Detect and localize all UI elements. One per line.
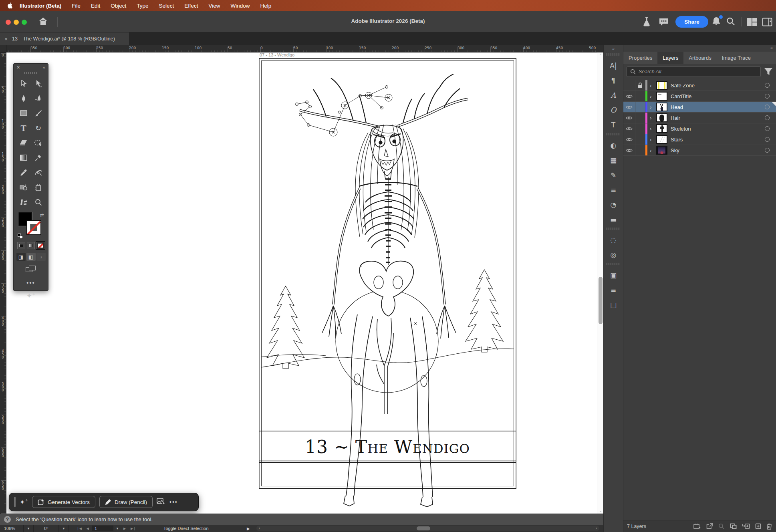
selection-tool[interactable] — [16, 77, 31, 91]
apple-menu-icon[interactable] — [7, 2, 13, 9]
layer-target-circle[interactable] — [765, 115, 770, 120]
dock-group-handle[interactable] — [607, 53, 620, 56]
panel-tab[interactable]: Properties — [623, 52, 657, 64]
next-artboard-icon[interactable]: ▶ — [121, 527, 128, 530]
layer-target-circle[interactable] — [765, 148, 770, 153]
draw-normal-button[interactable]: ◨ — [16, 253, 26, 261]
layer-thumbnail[interactable] — [656, 113, 667, 122]
lasso-tool[interactable] — [31, 136, 46, 150]
prev-artboard-icon[interactable]: ◀ — [85, 527, 91, 530]
generate-vectors-button[interactable]: Generate Vectors — [32, 496, 95, 508]
workspace-layout-icon[interactable] — [747, 18, 757, 28]
layer-target-circle[interactable] — [765, 105, 770, 109]
sparkle-icon[interactable]: ✦✧ — [20, 498, 28, 506]
layer-row[interactable]: › Head — [623, 102, 776, 113]
dock-panel-icon[interactable]: T — [604, 117, 623, 132]
expand-layer-icon[interactable]: › — [650, 83, 656, 89]
scroll-left-icon[interactable]: ‹ — [259, 526, 260, 530]
visibility-toggle[interactable] — [623, 134, 635, 145]
zoom-level-field[interactable]: 108% — [2, 525, 23, 532]
taskbar-more-icon[interactable]: ••• — [169, 499, 178, 505]
type-tool[interactable]: T — [16, 121, 31, 135]
dock-panel-icon[interactable]: O — [604, 103, 623, 117]
dock-panel-icon[interactable]: ¶ — [604, 73, 623, 88]
horizontal-scrollbar[interactable]: ‹ › — [256, 526, 599, 531]
pin-tool[interactable] — [31, 151, 46, 165]
rotation-dropdown-icon[interactable]: ▼ — [58, 525, 69, 532]
menu-item[interactable]: Window — [225, 0, 255, 11]
screen-mode-button[interactable] — [26, 266, 36, 273]
visibility-toggle[interactable] — [623, 123, 635, 134]
visibility-toggle[interactable] — [623, 80, 635, 91]
artboard-number-field[interactable]: 1 — [92, 526, 113, 531]
lock-toggle[interactable] — [635, 123, 645, 134]
collapse-tools-icon[interactable]: « — [43, 65, 45, 70]
menu-item[interactable]: Help — [255, 0, 276, 11]
locate-object-icon[interactable] — [706, 523, 713, 529]
color-button[interactable] — [17, 242, 25, 249]
warp-tool[interactable] — [31, 165, 46, 179]
lock-toggle[interactable] — [635, 134, 645, 145]
close-tools-icon[interactable]: ✕ — [16, 65, 20, 70]
direct-selection-tool[interactable] — [31, 77, 46, 91]
layer-row[interactable]: › Skeleton — [623, 123, 776, 134]
search-input[interactable] — [639, 69, 757, 75]
layer-name[interactable]: Head — [671, 104, 765, 110]
menu-item[interactable]: Object — [105, 0, 131, 11]
fill-stroke-control[interactable]: ⇄ — [18, 212, 44, 239]
expand-layer-icon[interactable]: › — [650, 137, 656, 143]
curvature-tool[interactable] — [31, 91, 46, 105]
tools-drag-handle[interactable] — [24, 72, 38, 74]
lock-toggle[interactable] — [635, 113, 645, 123]
menu-item[interactable]: Effect — [179, 0, 203, 11]
artboard-dropdown-icon[interactable]: ▼ — [114, 525, 121, 532]
edit-toolbar-icon[interactable]: ••• — [14, 279, 48, 286]
layer-name[interactable]: Safe Zone — [671, 83, 765, 89]
layer-row[interactable]: › Stars — [623, 134, 776, 145]
taskbar-drag-handle[interactable] — [14, 497, 16, 507]
lock-toggle[interactable] — [635, 80, 645, 91]
dock-panel-icon[interactable]: ▬ — [604, 212, 623, 227]
layer-name[interactable]: Hair — [671, 115, 765, 121]
layer-name[interactable]: Stars — [671, 137, 765, 143]
dock-panel-icon[interactable]: A — [604, 88, 623, 103]
artboard-name-label[interactable]: 07 - 13 - Wendigo — [260, 52, 294, 57]
swap-fill-stroke-icon[interactable]: ⇄ — [40, 212, 44, 218]
dock-panel-icon[interactable]: ▣ — [604, 268, 623, 282]
generative-sparkle-icon[interactable]: ✦✧ — [14, 292, 48, 300]
first-artboard-icon[interactable]: ❘◀ — [75, 527, 84, 530]
expand-layer-icon[interactable]: › — [650, 126, 656, 132]
menu-item[interactable]: Select — [154, 0, 179, 11]
scroll-right-icon[interactable]: › — [596, 526, 597, 530]
lock-toggle[interactable] — [635, 102, 645, 112]
expand-layer-icon[interactable]: › — [650, 115, 656, 121]
horizontal-scroll-thumb[interactable] — [417, 526, 430, 530]
layer-target-circle[interactable] — [765, 137, 770, 142]
dock-panel-icon[interactable]: □ — [604, 297, 623, 312]
dock-group-handle[interactable] — [607, 263, 620, 265]
new-layer-icon[interactable] — [755, 523, 761, 529]
dock-group-handle[interactable] — [607, 133, 620, 135]
gradient-tool[interactable] — [16, 151, 31, 165]
free-transform-tool[interactable] — [16, 195, 31, 209]
delete-layer-icon[interactable] — [766, 523, 772, 530]
none-button[interactable] — [36, 242, 44, 249]
lock-toggle[interactable] — [635, 145, 645, 155]
lock-toggle[interactable] — [635, 91, 645, 101]
visibility-toggle[interactable] — [623, 113, 635, 123]
visibility-toggle[interactable] — [623, 102, 635, 112]
rotate-tool[interactable]: ↻ — [31, 121, 46, 135]
gradient-button[interactable] — [27, 242, 35, 249]
default-fill-stroke-icon[interactable] — [18, 234, 23, 239]
clipping-mask-icon[interactable] — [730, 523, 737, 529]
menu-item[interactable]: Illustrator (Beta) — [14, 0, 67, 11]
layer-name[interactable]: CardTitle — [671, 93, 765, 99]
eyedropper-tool[interactable] — [16, 165, 31, 179]
panel-tab[interactable]: Artboards — [683, 52, 716, 64]
layer-row[interactable]: › Safe Zone — [623, 80, 776, 91]
beaker-icon[interactable] — [642, 16, 651, 28]
dock-panel-icon[interactable]: ◌ — [604, 232, 623, 247]
menu-item[interactable]: Edit — [86, 0, 105, 11]
layer-row[interactable]: › CardTitle — [623, 91, 776, 102]
expand-panel-icon[interactable]: » — [623, 45, 776, 52]
